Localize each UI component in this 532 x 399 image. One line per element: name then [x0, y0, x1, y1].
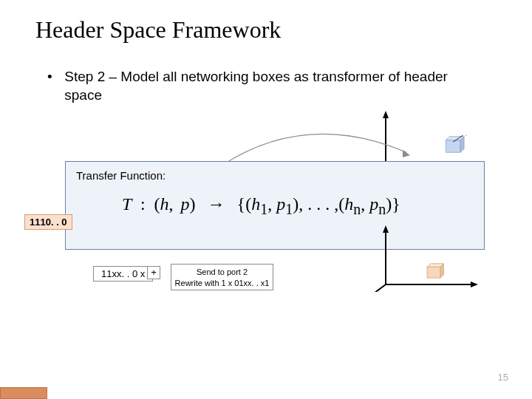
axes-bottom	[371, 225, 482, 292]
bullet-text: Step 2 – Model all networking boxes as t…	[64, 68, 471, 104]
label-1110: 1110. . 0	[24, 214, 72, 230]
bullet-row: • Step 2 – Model all networking boxes as…	[47, 68, 476, 104]
transfer-formula: T : (h, p) → {(h1, p1), . . . ,(hn, pn)}	[122, 194, 400, 218]
page-number: 15	[498, 372, 508, 383]
svg-marker-5	[446, 140, 460, 153]
svg-line-15	[371, 284, 386, 292]
action-box: Send to port 2 Rewrite with 1 x 01xx. . …	[171, 264, 273, 290]
svg-marker-9	[464, 135, 468, 136]
plus-box: +	[147, 266, 160, 279]
svg-marker-1	[383, 111, 389, 118]
svg-marker-12	[383, 225, 389, 233]
svg-marker-16	[427, 267, 440, 278]
panel-label: Transfer Function:	[76, 169, 166, 182]
footer-accent	[0, 387, 47, 399]
label-11xx: 11xx. . 0 x	[93, 266, 153, 282]
action-line2: Rewrite with 1 x 01xx. . x1	[171, 278, 273, 289]
cube-bottom	[425, 262, 447, 279]
bullet-marker: •	[47, 68, 61, 86]
cube-top	[443, 135, 468, 154]
action-line1: Send to port 2	[171, 267, 273, 278]
slide-title: Header Space Framework	[35, 16, 281, 44]
svg-marker-14	[471, 282, 478, 287]
